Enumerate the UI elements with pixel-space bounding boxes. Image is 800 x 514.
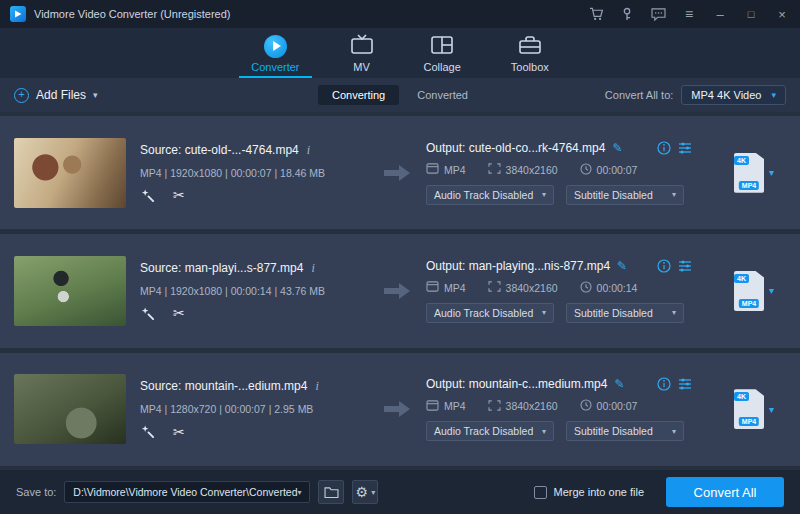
- feedback-icon[interactable]: [650, 6, 666, 22]
- tab-toolbox-label: Toolbox: [511, 61, 549, 73]
- rename-pencil-icon[interactable]: ✎: [614, 377, 624, 391]
- save-path-dropdown[interactable]: D:\Vidmore\Vidmore Video Converter\Conve…: [64, 481, 310, 503]
- cut-scissors-icon[interactable]: ✂: [173, 425, 185, 439]
- titlebar: Vidmore Video Converter (Unregistered) ≡…: [0, 0, 800, 28]
- cart-icon[interactable]: [588, 6, 604, 22]
- resolution-icon: [488, 281, 501, 294]
- subtitle-value: Subtitle Disabled: [574, 189, 653, 201]
- source-meta: MP4 | 1920x1080 | 00:00:14 | 43.76 MB: [140, 285, 368, 297]
- source-info-icon[interactable]: i: [315, 379, 318, 394]
- mp4-label: MP4: [739, 181, 759, 190]
- gear-icon: ⚙: [356, 485, 369, 499]
- edit-wand-icon[interactable]: [140, 424, 155, 439]
- resolution-icon: [488, 400, 501, 413]
- mv-tv-icon: [350, 34, 374, 58]
- convert-arrow-icon: [382, 280, 412, 302]
- mp4-label: MP4: [739, 417, 759, 426]
- audio-track-dropdown[interactable]: Audio Track Disabled ▾: [426, 421, 554, 441]
- output-info-column: Output: mountain-c...medium.mp4 ✎ MP4: [426, 377, 720, 441]
- mp4-label: MP4: [739, 299, 759, 308]
- convert-all-to-dropdown[interactable]: MP4 4K Video ▾: [681, 85, 786, 105]
- menu-icon[interactable]: ≡: [681, 6, 697, 22]
- tab-mv[interactable]: MV: [338, 28, 386, 78]
- source-filename: Source: mountain-...edium.mp4: [140, 379, 307, 393]
- convert-all-button[interactable]: Convert All: [666, 477, 784, 507]
- subtitle-dropdown[interactable]: Subtitle Disabled ▾: [566, 185, 684, 205]
- mp4-file-icon: 4K MP4: [734, 389, 764, 429]
- tab-mv-label: MV: [353, 61, 370, 73]
- minimize-button[interactable]: –: [712, 6, 728, 22]
- settings-equalizer-icon[interactable]: [678, 377, 692, 391]
- source-info-column: Source: mountain-...edium.mp4 i MP4 | 12…: [140, 379, 368, 439]
- open-folder-button[interactable]: [318, 480, 344, 504]
- file-row: Source: man-playi...s-877.mp4 i MP4 | 19…: [0, 234, 800, 347]
- output-format-selector[interactable]: 4K MP4 ▾: [734, 389, 786, 429]
- rename-pencil-icon[interactable]: ✎: [617, 259, 627, 273]
- audio-track-dropdown[interactable]: Audio Track Disabled ▾: [426, 185, 554, 205]
- add-files-caret-icon[interactable]: ▾: [93, 90, 98, 100]
- cut-scissors-icon[interactable]: ✂: [173, 306, 185, 320]
- cut-scissors-icon[interactable]: ✂: [173, 188, 185, 202]
- output-resolution: 3840x2160: [506, 282, 558, 294]
- video-thumbnail: [14, 256, 126, 326]
- chevron-down-icon: ▾: [769, 404, 774, 415]
- tab-toolbox[interactable]: Toolbox: [499, 28, 561, 78]
- subtitle-value: Subtitle Disabled: [574, 425, 653, 437]
- output-info-icon[interactable]: [657, 259, 671, 273]
- window-title: Vidmore Video Converter (Unregistered): [34, 8, 230, 20]
- chevron-down-icon: ▾: [542, 308, 546, 317]
- tab-converter-label: Converter: [251, 61, 299, 73]
- save-path-value: D:\Vidmore\Vidmore Video Converter\Conve…: [73, 486, 297, 498]
- output-duration: 00:00:07: [597, 164, 638, 176]
- close-button[interactable]: ×: [774, 6, 790, 22]
- add-files-button[interactable]: + Add Files ▾: [14, 88, 98, 103]
- output-format-selector[interactable]: 4K MP4 ▾: [734, 271, 786, 311]
- tab-collage[interactable]: Collage: [412, 28, 473, 78]
- subtitle-dropdown[interactable]: Subtitle Disabled ▾: [566, 303, 684, 323]
- file-list: Source: cute-old-...-4764.mp4 i MP4 | 19…: [0, 112, 800, 470]
- output-resolution: 3840x2160: [506, 164, 558, 176]
- source-info-icon[interactable]: i: [307, 143, 310, 158]
- merge-checkbox[interactable]: [534, 486, 547, 499]
- source-info-icon[interactable]: i: [311, 261, 314, 276]
- subtitle-dropdown[interactable]: Subtitle Disabled ▾: [566, 421, 684, 441]
- chevron-down-icon: ▾: [542, 190, 546, 199]
- output-info-column: Output: man-playing...nis-877.mp4 ✎ MP4: [426, 259, 720, 323]
- 4k-badge: 4K: [734, 274, 749, 283]
- output-format: MP4: [444, 282, 466, 294]
- tab-collage-label: Collage: [424, 61, 461, 73]
- converting-tab[interactable]: Converting: [318, 85, 399, 105]
- output-info-icon[interactable]: [657, 377, 671, 391]
- settings-equalizer-icon[interactable]: [678, 141, 692, 155]
- main-nav: Converter MV Collage Toolbox: [0, 28, 800, 78]
- format-icon: [426, 400, 439, 413]
- format-icon: [426, 163, 439, 176]
- maximize-button[interactable]: □: [743, 6, 759, 22]
- merge-label: Merge into one file: [554, 486, 645, 498]
- source-meta: MP4 | 1280x720 | 00:00:07 | 2.95 MB: [140, 403, 368, 415]
- app-logo-icon: [10, 6, 26, 22]
- convert-all-to-label: Convert All to:: [605, 89, 673, 101]
- edit-wand-icon[interactable]: [140, 188, 155, 203]
- save-to-label: Save to:: [16, 486, 56, 498]
- converted-tab[interactable]: Converted: [403, 85, 482, 105]
- settings-equalizer-icon[interactable]: [678, 259, 692, 273]
- chevron-down-icon: ▾: [769, 285, 774, 296]
- output-info-icon[interactable]: [657, 141, 671, 155]
- app-window: Vidmore Video Converter (Unregistered) ≡…: [0, 0, 800, 514]
- edit-wand-icon[interactable]: [140, 306, 155, 321]
- output-duration: 00:00:14: [597, 282, 638, 294]
- rename-pencil-icon[interactable]: ✎: [612, 141, 622, 155]
- chevron-down-icon: ▾: [771, 90, 776, 100]
- merge-into-one-file-option[interactable]: Merge into one file: [534, 486, 645, 499]
- toolbar: + Add Files ▾ Converting Converted Conve…: [0, 78, 800, 112]
- chevron-down-icon: ▾: [371, 488, 375, 497]
- source-info-column: Source: man-playi...s-877.mp4 i MP4 | 19…: [140, 261, 368, 321]
- register-key-icon[interactable]: [619, 6, 635, 22]
- tab-converter[interactable]: Converter: [239, 28, 311, 78]
- source-info-column: Source: cute-old-...-4764.mp4 i MP4 | 19…: [140, 143, 368, 203]
- output-format-selector[interactable]: 4K MP4 ▾: [734, 153, 786, 193]
- output-filename: Output: cute-old-co...rk-4764.mp4: [426, 141, 605, 155]
- settings-gear-button[interactable]: ⚙ ▾: [352, 480, 378, 504]
- audio-track-dropdown[interactable]: Audio Track Disabled ▾: [426, 303, 554, 323]
